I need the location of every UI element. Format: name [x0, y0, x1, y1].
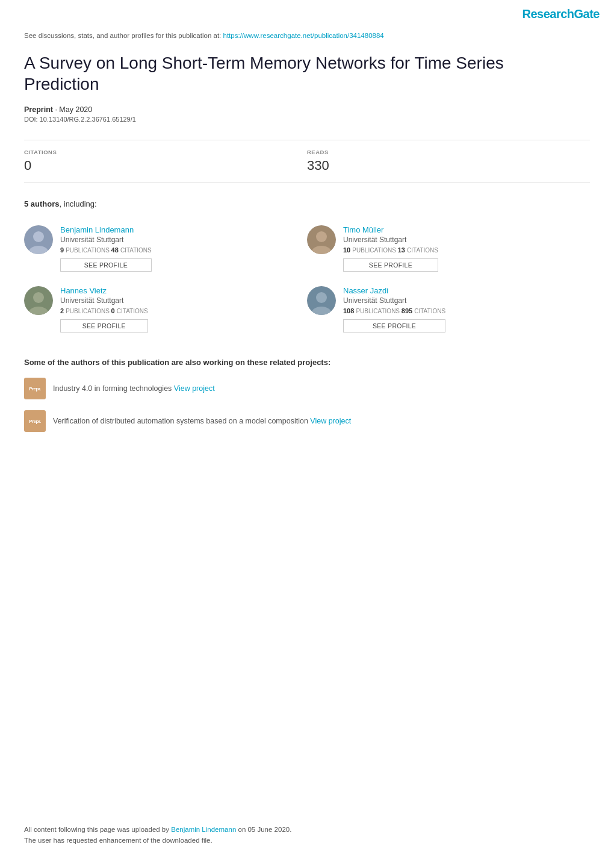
preprint-info: Preprint · May 2020 [24, 105, 590, 114]
project-text: Verification of distributed automation s… [53, 417, 351, 425]
page-title: A Survey on Long Short-Term Memory Netwo… [24, 52, 566, 95]
see-profile-button[interactable]: SEE PROFILE [343, 258, 438, 272]
avatar [24, 225, 53, 254]
author-name-link[interactable]: Timo Müller [343, 225, 438, 234]
author-card: Benjamin Lindemann Universität Stuttgart… [24, 218, 307, 279]
doi-info: DOI: 10.13140/RG.2.2.36761.65129/1 [24, 116, 590, 123]
author-stats: 2 PUBLICATIONS 0 CITATIONS [60, 307, 148, 314]
footer-note: All content following this page was uplo… [24, 826, 590, 844]
footer-author-link[interactable]: Benjamin Lindemann [171, 826, 236, 833]
authors-title: 5 authors, including: [24, 199, 590, 208]
author-stats: 108 PUBLICATIONS 895 CITATIONS [343, 307, 445, 314]
brand-logo: ResearchGate [522, 7, 600, 21]
svg-point-1 [33, 231, 44, 242]
project-text: Industry 4.0 in forming technologies Vie… [53, 384, 215, 393]
view-project-link[interactable]: View project [174, 384, 215, 393]
author-info: Timo Müller Universität Stuttgart 10 PUB… [343, 225, 438, 272]
avatar [24, 286, 53, 315]
authors-section: 5 authors, including: Benjamin Lindemann [24, 199, 590, 340]
svg-point-7 [33, 292, 44, 303]
citations-value: 0 [24, 158, 307, 173]
author-info: Nasser Jazdi Universität Stuttgart 108 P… [343, 286, 445, 333]
author-stats: 9 PUBLICATIONS 48 CITATIONS [60, 246, 152, 254]
avatar [307, 286, 336, 315]
author-info: Benjamin Lindemann Universität Stuttgart… [60, 225, 152, 272]
related-projects-title: Some of the authors of this publication … [24, 358, 590, 367]
author-info: Hannes Vietz Universität Stuttgart 2 PUB… [60, 286, 148, 333]
author-affiliation: Universität Stuttgart [60, 236, 152, 244]
project-icon: Prepr. [24, 378, 46, 399]
svg-point-10 [316, 292, 327, 303]
project-item: Prepr. Industry 4.0 in forming technolog… [24, 378, 590, 399]
related-projects-section: Some of the authors of this publication … [24, 358, 590, 432]
citations-block: CITATIONS 0 [24, 149, 307, 173]
author-card: Timo Müller Universität Stuttgart 10 PUB… [307, 218, 590, 279]
see-profile-button[interactable]: SEE PROFILE [60, 319, 148, 333]
citations-label: CITATIONS [24, 149, 307, 155]
author-name-link[interactable]: Nasser Jazdi [343, 286, 445, 295]
see-discussions-notice: See discussions, stats, and author profi… [24, 32, 590, 39]
author-name-link[interactable]: Benjamin Lindemann [60, 225, 152, 234]
author-card: Nasser Jazdi Universität Stuttgart 108 P… [307, 279, 590, 340]
project-item: Prepr. Verification of distributed autom… [24, 410, 590, 432]
footer-note2: The user has requested enhancement of th… [24, 837, 590, 844]
doi-link[interactable]: DOI: 10.13140/RG.2.2.36761.65129/1 [24, 116, 136, 123]
authors-grid: Benjamin Lindemann Universität Stuttgart… [24, 218, 590, 340]
author-affiliation: Universität Stuttgart [343, 236, 438, 244]
publication-link[interactable]: https://www.researchgate.net/publication… [223, 32, 384, 39]
author-name-link[interactable]: Hannes Vietz [60, 286, 148, 295]
author-card: Hannes Vietz Universität Stuttgart 2 PUB… [24, 279, 307, 340]
reads-value: 330 [307, 158, 590, 173]
see-profile-button[interactable]: SEE PROFILE [343, 319, 445, 333]
see-profile-button[interactable]: SEE PROFILE [60, 258, 152, 272]
svg-point-4 [316, 231, 327, 242]
reads-label: READS [307, 149, 590, 155]
author-affiliation: Universität Stuttgart [60, 296, 148, 305]
reads-block: READS 330 [307, 149, 590, 173]
author-stats: 10 PUBLICATIONS 13 CITATIONS [343, 246, 438, 254]
avatar [307, 225, 336, 254]
author-affiliation: Universität Stuttgart [343, 296, 445, 305]
project-icon: Prepr. [24, 410, 46, 432]
view-project-link[interactable]: View project [310, 417, 351, 425]
stats-row: CITATIONS 0 READS 330 [24, 140, 590, 183]
